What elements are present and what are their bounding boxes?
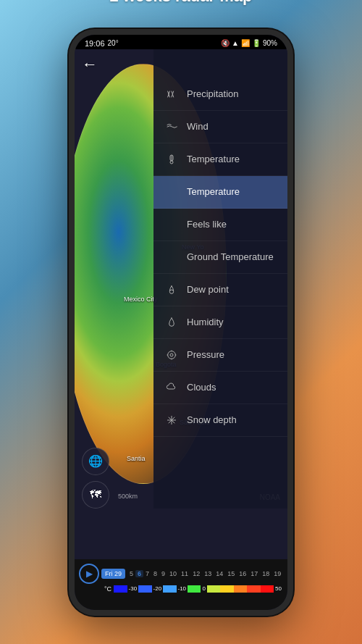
status-bar: 19:06 20° 🔇 ▲ 📶 🔋 90% [75, 35, 287, 49]
volume-icon: 🔇 [221, 39, 230, 47]
tnum-11[interactable]: 11 [179, 570, 190, 577]
menu-item-wind[interactable]: Wind [153, 111, 287, 143]
precipitation-label: Precipitation [187, 88, 239, 99]
clouds-icon [164, 380, 180, 396]
scale-seg-9 [261, 585, 274, 593]
play-button[interactable]: ▶ [79, 564, 99, 584]
thermometer-icon [164, 151, 180, 167]
bottom-bar: ▶ Fri 29 5 6 7 8 9 10 11 12 13 14 15 16 … [75, 559, 287, 610]
menu-item-precipitation[interactable]: Precipitation [153, 78, 287, 111]
feels-like-label: Feels like [187, 219, 227, 230]
tnum-19[interactable]: 19 [272, 570, 283, 577]
svg-point-6 [169, 290, 173, 293]
globe-button[interactable]: 🌐 [82, 448, 109, 475]
tnum-14[interactable]: 14 [214, 570, 225, 577]
menu-item-ground-temp[interactable]: Ground Temperature [153, 241, 287, 274]
dew-point-icon [164, 282, 180, 298]
scale-seg-8 [247, 585, 260, 593]
scale-seg-5 [207, 585, 220, 593]
city-mexico: Mexico City [124, 296, 158, 303]
scale-seg-2 [138, 585, 151, 593]
scale-seg-7 [234, 585, 247, 593]
clouds-label: Clouds [187, 382, 216, 393]
scale-seg-3 [163, 585, 176, 593]
svg-point-4 [170, 161, 173, 164]
svg-point-7 [168, 351, 176, 359]
scale-seg-6 [220, 585, 233, 593]
scale-seg-1 [114, 585, 127, 593]
tnum-6[interactable]: 6 [135, 570, 143, 577]
ground-temp-icon [164, 249, 180, 265]
scale-n30: -30 [127, 585, 139, 592]
signal-icon: 📶 [241, 39, 250, 47]
map-button[interactable]: 🗺 [82, 481, 109, 509]
temp-display: 20° [108, 39, 119, 47]
temperature-active-label: Temperature [187, 186, 240, 197]
temperature-active-icon [164, 184, 180, 200]
tnum-10[interactable]: 10 [167, 570, 179, 577]
menu-item-dew-point[interactable]: Dew point [153, 274, 287, 306]
screen: New Yo Mexico City Bogota São Paulo Sant… [75, 49, 287, 559]
menu-item-pressure[interactable]: Pressure [153, 339, 287, 372]
scale-n20: -20 [152, 585, 164, 592]
tnum-8[interactable]: 8 [151, 570, 159, 577]
tnum-13[interactable]: 13 [202, 570, 214, 577]
dew-point-label: Dew point [187, 284, 229, 295]
time-display: 19:06 [85, 39, 105, 48]
svg-point-8 [170, 354, 173, 356]
tnum-12[interactable]: 12 [190, 570, 202, 577]
ground-temp-label: Ground Temperature [187, 251, 274, 262]
menu-item-humidity[interactable]: Humidity [153, 306, 287, 339]
humidity-icon [164, 314, 180, 330]
bottom-controls: 🌐 🗺 [82, 448, 109, 509]
page-title: 2 weeks radar map [110, 0, 253, 6]
city-santiago: Santia [127, 455, 146, 462]
tnum-15[interactable]: 15 [225, 570, 237, 577]
temp-unit: °C [104, 585, 111, 593]
timeline-numbers: 5 6 7 8 9 10 11 12 13 14 15 16 17 18 19 … [127, 570, 283, 577]
tnum-18[interactable]: 18 [260, 570, 272, 577]
temperature-icon-label: Temperature [187, 154, 240, 164]
scale-n10: -10 [177, 585, 188, 592]
date-badge[interactable]: Fri 29 [101, 569, 125, 579]
precipitation-icon [164, 86, 180, 102]
play-icon: ▶ [86, 569, 93, 579]
battery-percent: 90% [263, 39, 277, 47]
distance-label: 500km [118, 493, 138, 500]
scale-0: 0 [201, 585, 206, 592]
menu-item-clouds[interactable]: Clouds [153, 372, 287, 404]
phone-frame: 19:06 20° 🔇 ▲ 📶 🔋 90% New Yo Mexico City… [69, 29, 293, 616]
menu-item-temperature-icon[interactable]: Temperature [153, 143, 287, 176]
scale-seg-4 [188, 585, 201, 593]
back-button[interactable]: ← [82, 55, 98, 74]
humidity-label: Humidity [187, 317, 224, 327]
tnum-9[interactable]: 9 [159, 570, 167, 577]
pressure-label: Pressure [187, 349, 224, 360]
timeline-row: ▶ Fri 29 5 6 7 8 9 10 11 12 13 14 15 16 … [79, 562, 283, 585]
tnum-5[interactable]: 5 [127, 570, 135, 577]
temperature-scale: °C -30 -20 -10 0 50 [79, 585, 283, 593]
menu-item-temperature-active[interactable]: Temperature [153, 176, 287, 209]
snow-depth-label: Snow depth [187, 414, 237, 425]
battery-icon: 🔋 [252, 39, 261, 47]
pressure-icon [164, 347, 180, 363]
tnum-7[interactable]: 7 [143, 570, 151, 577]
menu-item-feels-like[interactable]: Feels like [153, 209, 287, 241]
scale-50: 50 [274, 585, 283, 592]
tnum-17[interactable]: 17 [248, 570, 260, 577]
wind-label: Wind [187, 121, 209, 132]
snow-icon [164, 412, 180, 428]
wind-icon [164, 119, 180, 135]
tnum-16[interactable]: 16 [237, 570, 248, 577]
wifi-icon: ▲ [232, 39, 239, 47]
menu-item-snow-depth[interactable]: Snow depth [153, 404, 287, 437]
feels-like-icon [164, 217, 180, 233]
menu-panel: Precipitation Wind Temperature [153, 49, 287, 509]
